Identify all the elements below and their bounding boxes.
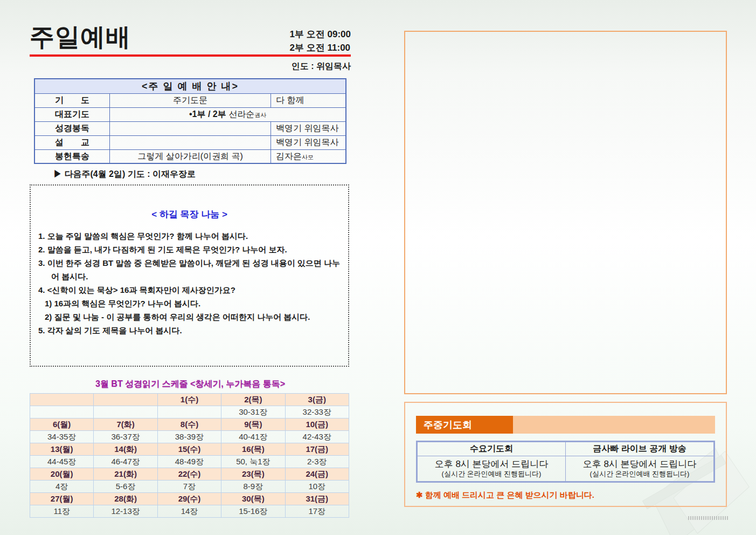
guide-label-cell: 설 교 (34, 135, 110, 149)
table-row: 대표기도 •1부 / 2부 선라순권사 (34, 107, 346, 121)
guide-table-title: <주 일 예 배 안 내> (34, 79, 346, 93)
chapter-cell (157, 406, 221, 419)
list-item: 2. 말씀을 듣고, 내가 다짐하게 된 기도 제목은 무엇인가? 나누어 보자… (38, 243, 341, 256)
person-name: 김자은 (276, 152, 302, 161)
day-cell (94, 394, 157, 406)
chapter-cell: 46-47장 (94, 456, 157, 468)
day-cell: 7(화) (94, 419, 157, 431)
table-row: 기 도 주기도문 다 함께 (34, 93, 346, 107)
guide-content-cell: 그렇게 살아가리(이권희 곡) (110, 149, 271, 163)
schedule-chapter-row: 34-35장 36-37장 38-39장 40-41장 42-43장 (30, 431, 349, 443)
day-cell: 20(월) (30, 468, 94, 481)
chapter-cell: 42-43장 (285, 431, 349, 443)
header-bar-extension (513, 416, 715, 434)
schedule-day-row: 1(수) 2(목) 3(금) (30, 394, 349, 406)
chapter-cell: 38-39장 (157, 431, 221, 443)
guide-person-cell: 김자은사모 (271, 149, 346, 163)
prayer-detail-cell: 오후 8시 본당에서 드립니다 (실시간 온라인예배 진행됩니다) (566, 456, 715, 482)
representative-prayer-parts: •1부 / 2부 (189, 109, 226, 119)
list-subitem: 1) 16과의 핵심은 무엇인가? 나누어 봅시다. (45, 297, 341, 310)
prayer-time-place: 오후 8시 본당에서 드립니다 (418, 456, 565, 470)
bible-reading-schedule-table: 1(수) 2(목) 3(금) 30-31장 32-33장 6(월) 7(화) 8… (30, 393, 349, 518)
day-cell (30, 394, 94, 406)
worship-guide-table: <주 일 예 배 안 내> 기 도 주기도문 다 함께 대표기도 •1부 / 2… (34, 78, 346, 164)
day-cell: 10(금) (285, 419, 349, 431)
day-cell: 27(월) (30, 493, 94, 505)
guide-person-cell: 백영기 위임목사 (271, 121, 346, 135)
title-suffix: 사모 (302, 154, 314, 160)
chapter-cell (94, 406, 157, 419)
guide-content-cell: 주기도문 (110, 93, 271, 107)
day-cell: 2(목) (221, 394, 285, 406)
chapter-cell: 11장 (30, 505, 94, 518)
page-title: 주일예배 (30, 24, 131, 51)
title-suffix: 권사 (254, 112, 266, 118)
day-cell: 30(목) (221, 493, 285, 505)
day-cell: 6(월) (30, 419, 94, 431)
list-item: 3. 이번 한주 성경 BT 말씀 중 은혜받은 말씀이나, 깨닫게 된 성경 … (38, 256, 341, 283)
chapter-cell: 48-49장 (157, 456, 221, 468)
guide-label-cell: 기 도 (34, 93, 110, 107)
day-cell: 17(금) (285, 443, 349, 456)
next-week-prayer-line: ▶ 다음주(4월 2일) 기도 : 이재우장로 (30, 169, 351, 180)
prayer-table-header-row: 수요기도회 금사빠 라이브 공개 방송 (417, 442, 715, 456)
day-cell: 13(월) (30, 443, 94, 456)
bible-reading-schedule-title: 3월 BT 성경읽기 스케줄 <창세기, 누가복음 통독> (30, 379, 351, 390)
sermon-notes-empty-box (404, 31, 727, 394)
weekday-prayer-title: 주중기도회 (416, 416, 513, 434)
schedule-chapter-row: 4장 5-6장 7장 8-9장 10장 (30, 481, 349, 493)
footer-fine-print (688, 516, 729, 520)
day-cell: 16(목) (221, 443, 285, 456)
chapter-cell: 14장 (157, 505, 221, 518)
guide-label-cell: 봉헌특송 (34, 149, 110, 163)
table-row: 봉헌특송 그렇게 살아가리(이권희 곡) 김자은사모 (34, 149, 346, 163)
day-cell: 21(화) (94, 468, 157, 481)
day-cell: 14(화) (94, 443, 157, 456)
chapter-cell (30, 406, 94, 419)
chapter-cell: 7장 (157, 481, 221, 493)
service-times: 1부 오전 09:00 2부 오전 11:00 (290, 24, 351, 54)
guide-merged-cell: •1부 / 2부 선라순권사 (110, 107, 346, 121)
guide-content-cell (110, 135, 271, 149)
chapter-cell: 8-9장 (221, 481, 285, 493)
day-cell: 15(수) (157, 443, 221, 456)
column-header: 수요기도회 (417, 442, 566, 456)
guide-header-row: <주 일 예 배 안 내> (34, 79, 346, 93)
list-subitem: 2) 질문 및 나눔 - 이 공부를 통하여 우리의 생각은 어떠한지 나누어 … (45, 310, 341, 324)
weekday-prayer-table: 수요기도회 금사빠 라이브 공개 방송 오후 8시 본당에서 드립니다 (실시간… (416, 441, 715, 483)
schedule-day-row: 20(월) 21(화) 22(수) 23(목) 24(금) (30, 468, 349, 481)
chapter-cell: 12-13장 (94, 505, 157, 518)
service-time-1: 1부 오전 09:00 (290, 28, 351, 42)
chapter-cell: 5-6장 (94, 481, 157, 493)
list-item: 5. 각자 삶의 기도 제목을 나누어 봅시다. (38, 324, 341, 337)
chapter-cell: 32-33장 (285, 406, 349, 419)
guide-person-cell: 백영기 위임목사 (271, 135, 346, 149)
chapter-cell: 10장 (285, 481, 349, 493)
chapter-cell: 15-16장 (221, 505, 285, 518)
schedule-day-row: 13(월) 14(화) 15(수) 16(목) 17(금) (30, 443, 349, 456)
title-divider-rule (30, 54, 351, 57)
prayer-detail-cell: 오후 8시 본당에서 드립니다 (실시간 온라인예배 진행됩니다) (417, 456, 566, 482)
chapter-cell: 40-41장 (221, 431, 285, 443)
day-cell: 31(금) (285, 493, 349, 505)
prayer-table-body-row: 오후 8시 본당에서 드립니다 (실시간 온라인예배 진행됩니다) 오후 8시 … (417, 456, 715, 482)
chapter-cell: 44-45장 (30, 456, 94, 468)
weekday-prayer-header-bar: 주중기도회 (416, 416, 715, 434)
guide-content-cell (110, 121, 271, 135)
chapter-cell: 36-37장 (94, 431, 157, 443)
guide-label-cell: 성경봉독 (34, 121, 110, 135)
table-row: 설 교 백영기 위임목사 (34, 135, 346, 149)
prayer-online-note: (실시간 온라인예배 진행됩니다) (418, 470, 565, 481)
prayer-online-note: (실시간 온라인예배 진행됩니다) (566, 470, 713, 481)
chapter-cell: 2-3장 (285, 456, 349, 468)
chapter-cell: 30-31장 (221, 406, 285, 419)
guide-person-cell: 다 함께 (271, 93, 346, 107)
sharing-box-title: < 하길 목장 나눔 > (38, 208, 341, 221)
schedule-chapter-row: 30-31장 32-33장 (30, 406, 349, 419)
day-cell: 23(목) (221, 468, 285, 481)
page-header: 주일예배 1부 오전 09:00 2부 오전 11:00 (30, 24, 351, 54)
schedule-day-row: 27(월) 28(화) 29(수) 30(목) 31(금) (30, 493, 349, 505)
cell-group-sharing-box: < 하길 목장 나눔 > 1. 오늘 주일 말씀의 핵심은 무엇인가? 함께 나… (30, 184, 349, 367)
day-cell: 9(목) (221, 419, 285, 431)
chapter-cell: 50, 눅1장 (221, 456, 285, 468)
